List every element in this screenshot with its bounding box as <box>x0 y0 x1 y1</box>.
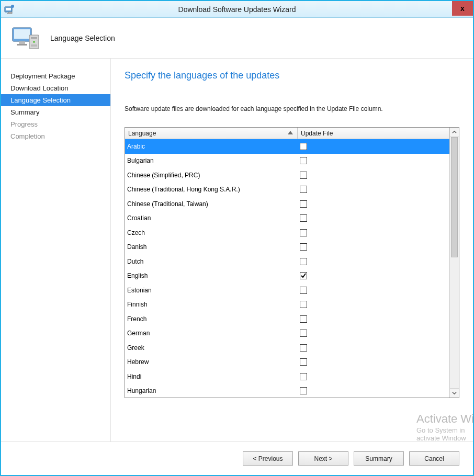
update-file-checkbox[interactable] <box>300 229 307 236</box>
update-file-cell <box>298 358 449 366</box>
column-header-update-file[interactable]: Update File <box>298 128 449 139</box>
update-file-checkbox[interactable] <box>300 287 307 294</box>
update-file-cell <box>298 373 449 380</box>
close-icon: x <box>460 4 465 13</box>
update-file-checkbox[interactable] <box>300 157 307 164</box>
update-file-checkbox[interactable] <box>300 172 307 179</box>
column-header-language[interactable]: Language <box>125 128 298 139</box>
language-cell: Czech <box>125 229 298 236</box>
update-file-cell <box>298 157 449 164</box>
update-file-cell <box>298 214 449 222</box>
sidebar-item-language-selection[interactable]: Language Selection <box>1 94 110 106</box>
table-row[interactable]: Hungarian <box>125 384 449 398</box>
checkmark-icon <box>300 273 307 279</box>
scroll-down-button[interactable] <box>450 388 459 398</box>
activation-watermark: Activate Wi Go to System in activate Win… <box>416 412 474 443</box>
update-file-checkbox[interactable] <box>300 272 307 279</box>
previous-button[interactable]: < Previous <box>243 451 293 466</box>
table-row[interactable]: Dutch <box>125 254 449 269</box>
table-row[interactable]: Danish <box>125 240 449 255</box>
update-file-checkbox[interactable] <box>300 358 307 366</box>
table-row[interactable]: Chinese (Traditional, Hong Kong S.A.R.) <box>125 183 449 197</box>
sidebar-item-summary[interactable]: Summary <box>1 106 110 118</box>
table-row[interactable]: Finnish <box>125 298 449 312</box>
cancel-button[interactable]: Cancel <box>409 451 459 466</box>
table-row[interactable]: Croatian <box>125 211 449 226</box>
language-cell: Chinese (Traditional, Taiwan) <box>125 200 298 208</box>
update-file-checkbox[interactable] <box>300 301 307 308</box>
table-row[interactable]: German <box>125 326 449 341</box>
update-file-checkbox[interactable] <box>300 387 307 394</box>
language-cell: Bulgarian <box>125 157 298 164</box>
svg-rect-4 <box>14 29 30 39</box>
monitor-icon <box>12 26 41 51</box>
column-header-language-label: Language <box>128 130 156 137</box>
update-file-cell <box>298 229 449 236</box>
language-cell: Estonian <box>125 287 298 294</box>
update-file-cell <box>298 200 449 208</box>
chevron-down-icon <box>452 391 457 395</box>
wizard-window: Download Software Updates Wizard x Langu… <box>0 0 474 476</box>
svg-rect-10 <box>31 44 37 47</box>
main-heading: Specify the languages of the updates <box>125 70 459 81</box>
update-file-checkbox[interactable] <box>300 214 307 222</box>
summary-button[interactable]: Summary <box>354 451 404 466</box>
update-file-cell <box>298 344 449 352</box>
update-file-cell <box>298 301 449 308</box>
table-row[interactable]: Estonian <box>125 283 449 298</box>
update-file-cell <box>298 315 449 323</box>
update-file-checkbox[interactable] <box>300 143 307 150</box>
update-file-cell <box>298 258 449 265</box>
language-cell: Croatian <box>125 214 298 222</box>
update-file-checkbox[interactable] <box>300 258 307 265</box>
language-cell: Hebrew <box>125 358 298 366</box>
svg-rect-5 <box>19 41 25 44</box>
language-cell: Arabic <box>125 143 298 150</box>
wizard-footer: < Previous Next > Summary Cancel <box>1 441 473 475</box>
update-file-checkbox[interactable] <box>300 200 307 208</box>
language-cell: Dutch <box>125 258 298 265</box>
table-row[interactable]: Hebrew <box>125 355 449 370</box>
table-row[interactable]: Chinese (Simplified, PRC) <box>125 168 449 183</box>
language-grid: Language Update File ArabicBulgarianChin… <box>125 127 459 398</box>
scroll-track[interactable] <box>450 137 459 388</box>
update-file-checkbox[interactable] <box>300 315 307 323</box>
column-header-update-file-label: Update File <box>301 130 333 137</box>
next-button[interactable]: Next > <box>298 451 348 466</box>
chevron-up-icon <box>452 130 457 134</box>
sidebar-item-deployment-package[interactable]: Deployment Package <box>1 70 110 82</box>
wizard-body: Deployment PackageDownload LocationLangu… <box>1 59 473 441</box>
language-cell: Chinese (Traditional, Hong Kong S.A.R.) <box>125 186 298 193</box>
scroll-up-button[interactable] <box>450 128 459 137</box>
table-row[interactable]: French <box>125 312 449 326</box>
sidebar-item-download-location[interactable]: Download Location <box>1 82 110 94</box>
sort-asc-icon <box>288 131 293 134</box>
vertical-scrollbar[interactable] <box>449 128 459 398</box>
update-file-cell <box>298 143 449 150</box>
table-row[interactable]: English <box>125 269 449 284</box>
svg-rect-8 <box>31 37 37 39</box>
table-row[interactable]: Chinese (Traditional, Taiwan) <box>125 197 449 211</box>
update-file-checkbox[interactable] <box>300 330 307 337</box>
update-file-cell <box>298 186 449 193</box>
step-sidebar: Deployment PackageDownload LocationLangu… <box>1 59 111 441</box>
titlebar: Download Software Updates Wizard x <box>1 1 473 18</box>
sidebar-item-completion: Completion <box>1 130 110 142</box>
table-row[interactable]: Hindi <box>125 369 449 384</box>
language-cell: Finnish <box>125 301 298 308</box>
scroll-thumb[interactable] <box>451 137 458 257</box>
language-cell: Danish <box>125 243 298 251</box>
table-row[interactable]: Greek <box>125 341 449 355</box>
table-row[interactable]: Arabic <box>125 139 449 154</box>
update-file-checkbox[interactable] <box>300 186 307 193</box>
table-row[interactable]: Czech <box>125 225 449 240</box>
language-cell: German <box>125 330 298 337</box>
sidebar-item-progress: Progress <box>1 118 110 130</box>
page-title: Language Selection <box>50 34 115 42</box>
update-file-checkbox[interactable] <box>300 373 307 380</box>
close-button[interactable]: x <box>452 1 473 16</box>
update-file-checkbox[interactable] <box>300 344 307 352</box>
update-file-checkbox[interactable] <box>300 243 307 251</box>
table-row[interactable]: Bulgarian <box>125 154 449 168</box>
svg-point-9 <box>33 41 35 43</box>
